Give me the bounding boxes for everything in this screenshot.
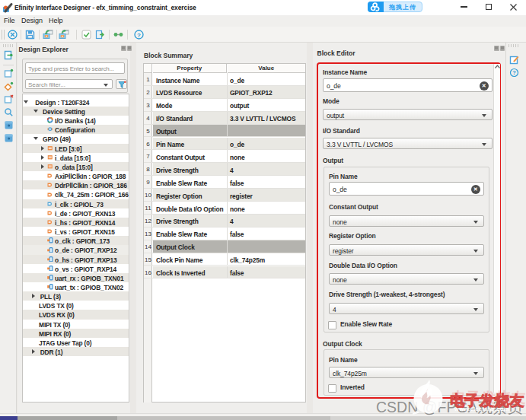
svg-text:?: ? [512, 69, 516, 76]
svg-text:?: ? [137, 32, 141, 39]
